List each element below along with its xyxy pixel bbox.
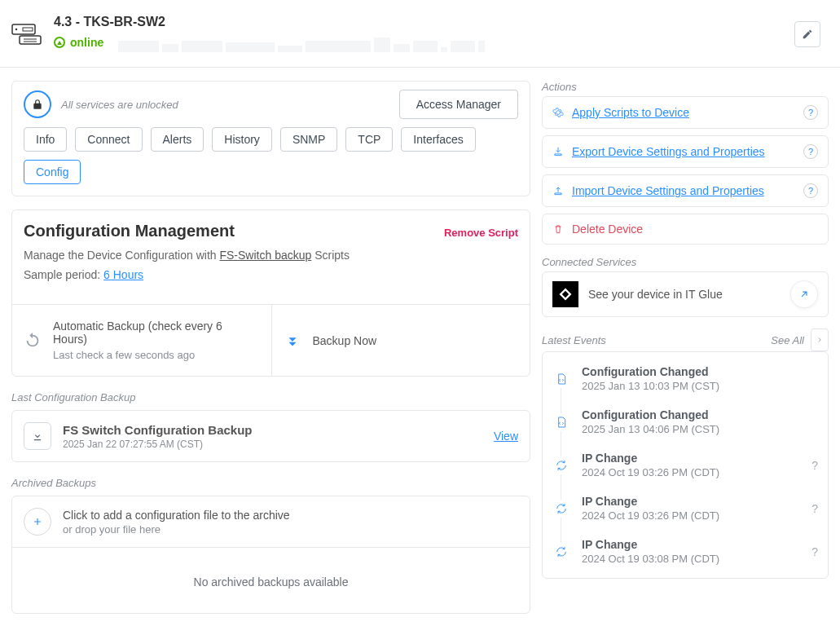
svg-rect-3 [20, 36, 41, 44]
services-unlocked-text: All services are unlocked [61, 99, 178, 111]
action-delete-device[interactable]: Delete Device [542, 214, 829, 245]
remove-script-link[interactable]: Remove Script [444, 227, 518, 239]
help-icon[interactable]: ? [803, 183, 818, 198]
action-apply-scripts-label: Apply Scripts to Device [572, 106, 689, 119]
refresh-icon [24, 332, 42, 350]
plus-icon [32, 516, 43, 527]
last-backup-section: Last Configuration Backup FS Switch Conf… [11, 390, 530, 462]
event-title: IP Change [582, 452, 719, 465]
trash-icon [552, 223, 564, 235]
no-archives-text: No archived backups available [12, 548, 530, 613]
latest-events-label: Latest Events [542, 334, 606, 346]
svg-rect-2 [23, 28, 33, 31]
status-text: online [70, 36, 103, 49]
event-title: Configuration Changed [582, 365, 719, 378]
event-row: IP Change 2024 Oct 19 03:26 PM (CDT) ? [552, 487, 818, 530]
archive-add-line2: or drop your file here [63, 523, 290, 536]
sample-period-label: Sample period: [24, 268, 103, 281]
configuration-management-card: Configuration Management Remove Script M… [11, 209, 530, 377]
svg-point-1 [15, 29, 17, 30]
event-title: IP Change [582, 538, 719, 551]
event-help-icon[interactable]: ? [811, 545, 818, 558]
backup-now-panel[interactable]: Backup Now [271, 305, 530, 376]
export-icon [552, 146, 564, 157]
archive-add-line1: Click to add a configuration file to the… [63, 509, 290, 522]
tab-config[interactable]: Config [24, 160, 81, 184]
event-row: IP Change 2024 Oct 19 03:26 PM (CDT) ? [552, 443, 818, 487]
add-archive-button[interactable] [24, 508, 51, 536]
tab-alerts[interactable]: Alerts [151, 127, 205, 152]
event-row: Configuration Changed 2025 Jan 13 04:06 … [552, 400, 818, 443]
lock-icon [24, 90, 51, 118]
last-backup-label: Last Configuration Backup [11, 391, 530, 403]
event-row: IP Change 2024 Oct 19 03:08 PM (CDT) ? [552, 530, 818, 573]
tab-interfaces[interactable]: Interfaces [401, 127, 475, 152]
connected-services-section: Connected Services See your device in IT… [542, 256, 829, 317]
tab-info[interactable]: Info [24, 127, 67, 152]
action-apply-scripts[interactable]: Apply Scripts to Device ? [542, 96, 829, 129]
sync-icon [552, 543, 570, 561]
archived-backups-section: Archived Backups Click to add a configur… [11, 475, 530, 614]
action-export-label: Export Device Settings and Properties [572, 145, 765, 158]
auto-backup-sub: Last check a few seconds ago [53, 349, 260, 361]
event-date: 2024 Oct 19 03:08 PM (CDT) [582, 553, 719, 565]
edit-button[interactable] [794, 21, 820, 47]
event-title: IP Change [582, 495, 719, 508]
event-date: 2025 Jan 13 04:06 PM (CST) [582, 423, 719, 435]
download-backup-button[interactable] [24, 422, 51, 450]
help-icon[interactable]: ? [803, 105, 818, 120]
access-manager-button[interactable]: Access Manager [399, 90, 518, 119]
config-subtitle-pre: Manage the Device Configuration with [24, 249, 219, 262]
open-itglue-button[interactable] [790, 280, 818, 308]
latest-events-section: Latest Events See All Configuration [542, 328, 829, 579]
tab-history[interactable]: History [212, 127, 272, 152]
sync-icon [552, 500, 570, 518]
config-title: Configuration Management [24, 222, 235, 240]
event-row: Configuration Changed 2025 Jan 13 10:03 … [552, 357, 818, 400]
sync-icon [552, 456, 570, 474]
auto-backup-title: Automatic Backup (check every 6 Hours) [53, 320, 260, 346]
import-icon [552, 185, 564, 196]
event-date: 2025 Jan 13 10:03 PM (CST) [582, 380, 719, 392]
tab-connect[interactable]: Connect [75, 127, 142, 152]
download-double-icon [284, 332, 301, 350]
services-tabs-card: All services are unlocked Access Manager… [11, 81, 530, 196]
backup-title: FS Switch Configuration Backup [63, 423, 253, 437]
arrow-up-right-icon [798, 289, 810, 300]
device-icon [11, 21, 42, 46]
gear-icon [552, 107, 564, 118]
device-title: 4.3 - TKS-BR-SW2 [54, 15, 829, 29]
action-export-settings[interactable]: Export Device Settings and Properties ? [542, 135, 829, 168]
itglue-text: See your device in IT Glue [588, 288, 723, 301]
actions-label: Actions [542, 81, 829, 93]
event-date: 2024 Oct 19 03:26 PM (CDT) [582, 509, 719, 522]
pencil-icon [802, 29, 813, 40]
event-help-icon[interactable]: ? [811, 459, 818, 472]
document-swap-icon [552, 413, 570, 431]
actions-section: Actions Apply Scripts to Device ? [542, 81, 829, 245]
device-tabs: Info Connect Alerts History SNMP TCP Int… [12, 127, 530, 196]
chevron-right-icon [811, 328, 829, 351]
backup-date: 2025 Jan 22 07:27:55 AM (CST) [63, 439, 253, 450]
sparkline-placeholder [118, 33, 485, 52]
connected-services-label: Connected Services [542, 256, 829, 268]
action-delete-label: Delete Device [572, 223, 643, 236]
status-up-icon [54, 37, 65, 48]
action-import-settings[interactable]: Import Device Settings and Properties ? [542, 174, 829, 207]
archive-dropzone[interactable]: Click to add a configuration file to the… [12, 496, 530, 548]
download-icon [32, 430, 43, 442]
see-all-label: See All [771, 334, 804, 346]
auto-backup-panel: Automatic Backup (check every 6 Hours) L… [12, 305, 271, 376]
help-icon[interactable]: ? [803, 144, 818, 159]
config-subtitle-post: Scripts [311, 249, 350, 262]
page-header: 4.3 - TKS-BR-SW2 online [0, 0, 840, 68]
event-title: Configuration Changed [582, 408, 719, 421]
tab-snmp[interactable]: SNMP [280, 127, 337, 152]
see-all-events[interactable]: See All [771, 328, 829, 351]
tab-tcp[interactable]: TCP [345, 127, 393, 152]
fs-switch-backup-link[interactable]: FS-Switch backup [219, 249, 311, 262]
archived-backups-label: Archived Backups [11, 477, 530, 489]
view-backup-link[interactable]: View [494, 430, 518, 443]
event-help-icon[interactable]: ? [811, 502, 818, 515]
sample-period-link[interactable]: 6 Hours [103, 268, 143, 281]
